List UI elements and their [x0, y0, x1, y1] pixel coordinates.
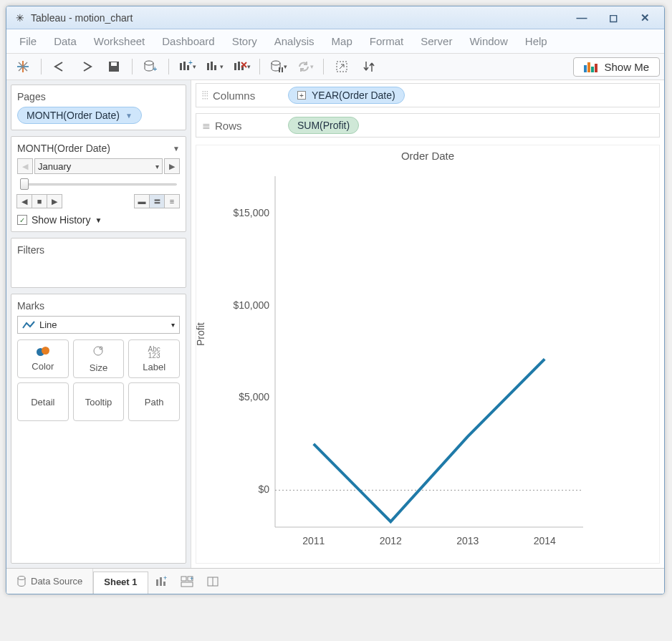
datasource-icon	[16, 576, 27, 587]
new-worksheet-icon[interactable]: +▾	[175, 57, 199, 77]
svg-text:2013: 2013	[456, 535, 479, 546]
refresh-icon[interactable]: ▾	[293, 57, 317, 77]
menu-map[interactable]: Map	[326, 34, 358, 49]
svg-rect-8	[180, 63, 182, 70]
menubar: File Data Worksheet Dashboard Story Anal…	[6, 29, 664, 54]
swap-icon[interactable]	[330, 57, 354, 77]
pages-control-card: MONTH(Order Date) ▼ ◀ January ▶ ◀ ■ ▶	[11, 136, 186, 232]
back-button[interactable]	[47, 57, 72, 77]
line-icon	[22, 320, 35, 330]
pages-field-menu[interactable]: ▼	[173, 145, 180, 153]
svg-text:2011: 2011	[302, 535, 325, 546]
show-history-label: Show History	[32, 214, 90, 226]
play-forward-button[interactable]: ▶	[47, 194, 62, 208]
svg-text:$5,000: $5,000	[239, 391, 269, 403]
sheet-tab[interactable]: Sheet 1	[93, 572, 148, 594]
duplicate-sheet-icon[interactable]: ▾	[202, 57, 226, 77]
play-back-button[interactable]: ◀	[16, 194, 32, 208]
menu-file[interactable]: File	[14, 34, 42, 49]
filters-header: Filters	[17, 244, 180, 256]
filters-card: Filters	[11, 238, 186, 288]
app-window: ✳ Tableau - motion_chart — ◻ ✕ File Data…	[6, 6, 665, 594]
tableau-home-icon[interactable]	[11, 57, 35, 77]
svg-text:$15,000: $15,000	[233, 207, 269, 218]
menu-data[interactable]: Data	[48, 34, 82, 49]
visualization-area: Order Date Profit $0$5,000$10,000$15,000…	[196, 145, 660, 564]
speed-slow-button[interactable]: ▬	[134, 194, 150, 208]
sort-icon[interactable]	[357, 57, 381, 77]
new-dashboard-tab[interactable]: +	[174, 569, 200, 594]
svg-rect-44	[181, 582, 193, 587]
stop-button[interactable]: ■	[32, 194, 47, 208]
svg-text:2012: 2012	[380, 535, 402, 546]
svg-text:$10,000: $10,000	[233, 299, 269, 311]
new-story-tab[interactable]	[200, 569, 226, 594]
menu-worksheet[interactable]: Worksheet	[88, 34, 150, 49]
page-slider[interactable]	[20, 178, 177, 190]
dropdown-icon: ▼	[125, 112, 133, 120]
menu-story[interactable]: Story	[226, 34, 263, 49]
show-history-checkbox[interactable]: ✓	[17, 215, 27, 225]
svg-rect-42	[181, 577, 186, 581]
columns-pill[interactable]: +YEAR(Order Date)	[288, 87, 405, 104]
svg-point-37	[18, 576, 25, 579]
show-me-button[interactable]: Show Me	[573, 57, 660, 77]
size-icon	[92, 345, 105, 360]
maximize-button[interactable]: ◻	[604, 11, 623, 24]
close-button[interactable]: ✕	[635, 11, 654, 24]
svg-rect-40	[163, 582, 165, 586]
chart-title: Order Date	[196, 150, 659, 162]
svg-rect-21	[279, 67, 280, 72]
columns-shelf[interactable]: ⦙⦙⦙Columns +YEAR(Order Date)	[196, 83, 660, 107]
rows-pill[interactable]: SUM(Profit)	[288, 117, 359, 134]
marks-label-button[interactable]: Abc123Label	[128, 339, 180, 378]
menu-window[interactable]: Window	[464, 34, 513, 49]
statusbar: Data Source Sheet 1 + +	[6, 568, 664, 594]
svg-text:$0: $0	[258, 483, 269, 495]
marks-color-button[interactable]: Color	[17, 339, 69, 378]
marks-size-button[interactable]: Size	[73, 339, 125, 378]
menu-dashboard[interactable]: Dashboard	[156, 34, 220, 49]
svg-rect-38	[156, 579, 158, 586]
menu-analysis[interactable]: Analysis	[269, 34, 320, 49]
pause-updates-icon[interactable]: ▾	[266, 57, 290, 77]
minimize-button[interactable]: —	[572, 11, 591, 24]
svg-text:+: +	[190, 576, 193, 582]
clear-sheet-icon[interactable]: ▾	[229, 57, 254, 77]
marks-type-select[interactable]: Line	[17, 316, 180, 334]
page-prev-button[interactable]: ◀	[17, 158, 33, 174]
show-me-icon	[584, 61, 598, 72]
color-icon	[37, 347, 49, 358]
pages-header: Pages	[17, 91, 180, 102]
svg-rect-15	[234, 63, 236, 70]
svg-rect-14	[214, 65, 216, 70]
speed-controls: ▬ 〓 ≡	[135, 194, 180, 208]
svg-rect-22	[282, 67, 283, 72]
show-history-menu[interactable]: ▼	[95, 216, 102, 224]
speed-fast-button[interactable]: ≡	[164, 194, 180, 208]
marks-tooltip-button[interactable]: Tooltip	[73, 382, 125, 421]
page-value-select[interactable]: January	[34, 158, 163, 174]
svg-point-24	[94, 347, 102, 355]
marks-detail-button[interactable]: Detail	[17, 382, 69, 421]
columns-label: Columns	[213, 90, 255, 102]
rows-shelf[interactable]: ≣Rows SUM(Profit)	[196, 113, 660, 138]
menu-server[interactable]: Server	[415, 34, 458, 49]
save-button[interactable]	[102, 57, 126, 77]
svg-text:+: +	[153, 64, 157, 73]
svg-rect-12	[207, 63, 209, 70]
menu-help[interactable]: Help	[519, 34, 553, 49]
svg-rect-5	[111, 62, 117, 66]
show-me-label: Show Me	[604, 61, 649, 73]
new-worksheet-tab[interactable]: +	[148, 569, 174, 594]
pages-pill[interactable]: MONTH(Order Date) ▼	[17, 107, 142, 124]
data-source-tab[interactable]: Data Source	[6, 569, 93, 594]
new-datasource-button[interactable]: +	[138, 57, 163, 77]
y-axis-title: Profit	[195, 322, 206, 346]
menu-format[interactable]: Format	[364, 34, 410, 49]
forward-button[interactable]	[75, 57, 99, 77]
columns-icon: ⦙⦙⦙	[202, 90, 208, 102]
speed-normal-button[interactable]: 〓	[149, 194, 165, 208]
marks-path-button[interactable]: Path	[128, 382, 180, 421]
page-next-button[interactable]: ▶	[164, 158, 180, 174]
